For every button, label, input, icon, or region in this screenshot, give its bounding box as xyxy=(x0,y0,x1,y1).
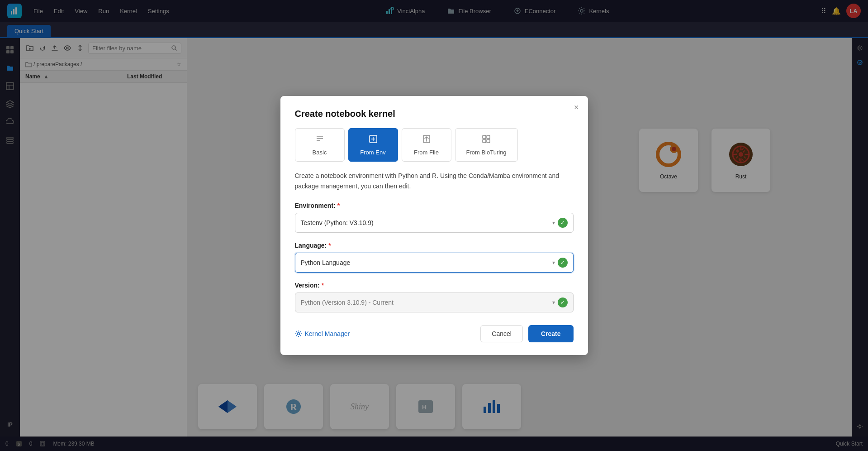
modal-tab-fromenv[interactable]: From Env xyxy=(348,128,398,162)
version-label: Version: * xyxy=(295,282,574,289)
modal-overlay: Create notebook kernel × Basic xyxy=(0,0,868,451)
version-required: * xyxy=(322,282,324,289)
environment-group: Environment: * Testenv (Python: V3.10.9)… xyxy=(295,202,574,233)
version-check-icon: ✓ xyxy=(558,297,568,307)
environment-select-icons: ▾ ✓ xyxy=(552,218,568,228)
modal-actions: Cancel Create xyxy=(480,325,573,342)
svg-rect-42 xyxy=(483,135,486,139)
create-button[interactable]: Create xyxy=(528,325,574,342)
frombioturing-tab-icon xyxy=(481,134,491,146)
version-group: Version: * Python (Version 3.10.9) - Cur… xyxy=(295,282,574,312)
language-select-icons: ▾ ✓ xyxy=(552,258,568,268)
language-check-icon: ✓ xyxy=(558,258,568,268)
version-select-icons: ▾ ✓ xyxy=(552,297,568,307)
environment-select[interactable]: Testenv (Python: V3.10.9) ▾ ✓ xyxy=(295,213,574,233)
basic-tab-icon xyxy=(315,134,325,146)
environment-check-icon: ✓ xyxy=(558,218,568,228)
modal-close-button[interactable]: × xyxy=(574,103,579,111)
language-label: Language: * xyxy=(295,242,574,249)
modal-tabs: Basic From Env From File xyxy=(295,128,574,162)
modal-tab-basic[interactable]: Basic xyxy=(295,128,345,162)
version-chevron-icon: ▾ xyxy=(552,299,555,306)
fromenv-tab-icon xyxy=(368,134,378,146)
modal-tab-fromfile[interactable]: From File xyxy=(402,128,451,162)
fromfile-tab-icon xyxy=(422,134,432,146)
version-select[interactable]: Python (Version 3.10.9) - Current ▾ ✓ xyxy=(295,293,574,312)
language-group: Language: * Python Language ▾ ✓ xyxy=(295,242,574,273)
create-kernel-modal: Create notebook kernel × Basic xyxy=(280,96,588,355)
language-chevron-icon: ▾ xyxy=(552,259,555,266)
environment-required: * xyxy=(337,202,340,209)
language-select[interactable]: Python Language ▾ ✓ xyxy=(295,253,574,273)
modal-tab-frombioturing[interactable]: From BioTuring xyxy=(455,128,518,162)
cancel-button[interactable]: Cancel xyxy=(480,325,523,342)
language-required: * xyxy=(328,242,331,249)
modal-footer: Kernel Manager Cancel Create xyxy=(295,325,574,342)
modal-description: Create a notebook environment with Pytho… xyxy=(295,171,574,191)
version-value: Python (Version 3.10.9) - Current xyxy=(301,299,552,306)
svg-rect-43 xyxy=(487,135,490,139)
svg-rect-44 xyxy=(483,139,486,143)
environment-chevron-icon: ▾ xyxy=(552,220,555,226)
language-value: Python Language xyxy=(301,259,552,266)
svg-rect-45 xyxy=(487,139,490,143)
kernel-manager-link[interactable]: Kernel Manager xyxy=(295,330,350,337)
kernel-manager-gear-icon xyxy=(295,330,302,337)
environment-value: Testenv (Python: V3.10.9) xyxy=(301,219,552,226)
modal-title: Create notebook kernel xyxy=(295,109,574,119)
svg-point-46 xyxy=(297,332,299,335)
environment-label: Environment: * xyxy=(295,202,574,209)
